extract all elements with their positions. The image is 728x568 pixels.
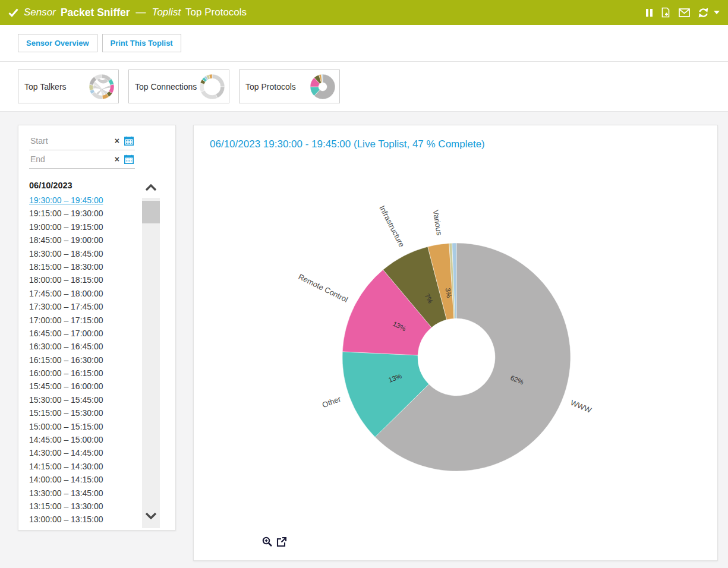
- time-range-item[interactable]: 19:15:00 – 19:30:00: [29, 207, 139, 220]
- time-range-item[interactable]: 15:00:00 – 15:15:00: [29, 420, 139, 433]
- time-range-item[interactable]: 14:30:00 – 14:45:00: [29, 446, 139, 459]
- time-range-item[interactable]: 18:15:00 – 18:30:00: [29, 260, 139, 273]
- time-range-item[interactable]: 17:45:00 – 18:00:00: [29, 287, 139, 300]
- print-toplist-button[interactable]: Print This Toplist: [102, 34, 181, 52]
- pause-icon[interactable]: [646, 9, 653, 17]
- top-connections-chart-icon: [198, 73, 226, 100]
- add-report-icon[interactable]: [660, 7, 671, 18]
- ok-check-icon: [8, 8, 18, 18]
- sensor-overview-button[interactable]: Sensor Overview: [18, 34, 97, 52]
- time-range-item[interactable]: 19:00:00 – 19:15:00: [29, 220, 139, 233]
- scroll-down-button[interactable]: [142, 509, 160, 522]
- slice-name-label: Remote Control: [297, 272, 349, 304]
- slice-name-label: Various: [431, 209, 445, 236]
- time-range-item[interactable]: 16:30:00 – 16:45:00: [29, 340, 139, 353]
- time-range-item[interactable]: 13:30:00 – 13:45:00: [29, 487, 139, 500]
- zoom-in-icon[interactable]: [262, 537, 273, 547]
- time-range-item[interactable]: 14:15:00 – 14:30:00: [29, 460, 139, 473]
- slice-name-label: Other: [321, 394, 342, 409]
- page-title: Top Protocols: [185, 7, 247, 18]
- tab-top-connections[interactable]: Top Connections: [128, 70, 229, 103]
- time-range-item[interactable]: 15:30:00 – 15:45:00: [29, 393, 139, 406]
- slice-name-label: Infrastructure: [377, 204, 406, 248]
- time-range-list: 19:30:00 – 19:45:0019:15:00 – 19:30:0019…: [29, 194, 139, 526]
- time-range-item[interactable]: 18:45:00 – 19:00:00: [29, 233, 139, 247]
- time-filter-panel: × × 06/10/2023 19:30:00 – 19:45:0019:15:…: [18, 125, 176, 531]
- tab-top-protocols[interactable]: Top Protocols: [239, 70, 340, 103]
- top-talkers-chart-icon: [88, 73, 115, 100]
- calendar-end-icon[interactable]: [124, 154, 134, 164]
- refresh-icon[interactable]: [698, 7, 709, 18]
- time-range-item[interactable]: 14:45:00 – 15:00:00: [29, 433, 139, 446]
- tab-label: Top Talkers: [24, 82, 67, 91]
- scrollbar-track[interactable]: [142, 198, 160, 528]
- time-range-item[interactable]: 17:30:00 – 17:45:00: [29, 300, 139, 313]
- email-icon[interactable]: [679, 8, 690, 17]
- clear-start-icon[interactable]: ×: [115, 137, 119, 145]
- time-range-item[interactable]: 15:15:00 – 15:30:00: [29, 406, 139, 419]
- scrollbar: [142, 179, 160, 528]
- protocols-donut-chart: 62%WWW13%Other13%Remote Control7%Infrast…: [194, 125, 718, 541]
- time-range-item[interactable]: 15:45:00 – 16:00:00: [29, 380, 139, 393]
- scroll-up-button[interactable]: [142, 179, 160, 197]
- separator-dash: —: [136, 7, 146, 18]
- time-range-item[interactable]: 16:00:00 – 16:15:00: [29, 367, 139, 380]
- toplist-label: Toplist: [152, 7, 181, 18]
- caret-down-icon[interactable]: [714, 11, 720, 14]
- sensor-name[interactable]: Packet Sniffer: [61, 7, 130, 19]
- time-range-item[interactable]: 16:15:00 – 16:30:00: [29, 354, 139, 367]
- external-link-icon[interactable]: [276, 537, 287, 547]
- tab-label: Top Protocols: [245, 82, 296, 91]
- chart-footer-icons: [262, 537, 287, 547]
- time-range-item[interactable]: 18:00:00 – 18:15:00: [29, 273, 139, 286]
- time-range-item[interactable]: 19:30:00 – 19:45:00: [29, 194, 139, 207]
- toplist-chart-panel: 06/10/2023 19:30:00 - 19:45:00 (Live Top…: [193, 125, 718, 561]
- time-range-item[interactable]: 18:30:00 – 18:45:00: [29, 247, 139, 260]
- time-range-item[interactable]: 14:00:00 – 14:15:00: [29, 473, 139, 486]
- sensor-label: Sensor: [24, 7, 56, 18]
- time-range-item[interactable]: 13:00:00 – 13:15:00: [29, 513, 139, 526]
- clear-end-icon[interactable]: ×: [115, 155, 119, 163]
- toplist-tabs: Top TalkersTop ConnectionsTop Protocols: [18, 70, 340, 103]
- header-bar: Sensor Packet Sniffer — Toplist Top Prot…: [0, 0, 728, 25]
- top-protocols-chart-icon: [309, 73, 336, 100]
- tab-top-talkers[interactable]: Top Talkers: [18, 70, 119, 103]
- time-range-item[interactable]: 17:00:00 – 17:15:00: [29, 314, 139, 327]
- time-range-item[interactable]: 16:45:00 – 17:00:00: [29, 327, 139, 340]
- divider-top: [0, 61, 728, 62]
- slice-name-label: WWW: [569, 398, 593, 415]
- tab-label: Top Connections: [135, 82, 197, 91]
- toolbar: Sensor Overview Print This Toplist: [18, 34, 181, 52]
- scrollbar-thumb[interactable]: [142, 201, 160, 223]
- time-range-item[interactable]: 13:15:00 – 13:30:00: [29, 500, 139, 513]
- date-header: 06/10/2023: [29, 181, 73, 190]
- calendar-start-icon[interactable]: [124, 136, 134, 146]
